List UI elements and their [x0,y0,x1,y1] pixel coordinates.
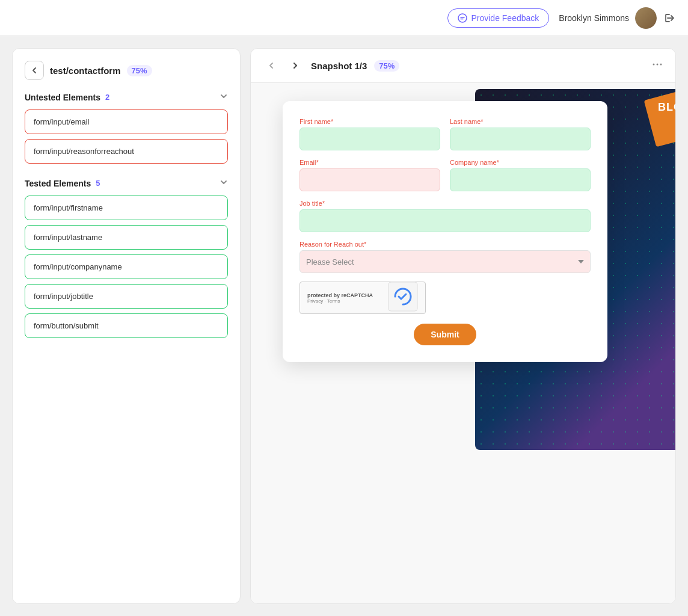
user-area: Brooklyn Simmons [559,7,676,29]
tested-chevron-icon[interactable] [220,178,228,188]
contact-form-card: First name* Last name* [283,101,607,362]
svg-point-2 [657,63,659,65]
feedback-button[interactable]: Provide Feedback [447,8,549,28]
jobtitle-label: Job title* [299,200,591,207]
form-row-name: First name* Last name* [299,118,591,150]
logout-icon[interactable] [663,11,676,25]
company-input[interactable] [450,168,591,191]
form-field-company: Company name* [450,159,591,191]
firstname-input[interactable] [299,128,440,150]
recaptcha-links: Privacy · Terms [307,298,383,304]
submit-button[interactable]: Submit [414,324,476,345]
untested-chevron-icon[interactable] [220,92,228,102]
submit-area: Submit [299,324,591,345]
svg-point-3 [660,63,662,65]
next-arrow[interactable] [287,57,304,74]
tested-item[interactable]: form/input/firstname [25,196,228,220]
form-row-reason: Reason for Reach out* Please Select [299,241,591,273]
form-field-email: Email* [299,159,440,191]
tested-item[interactable]: form/input/companyname [25,254,228,279]
jobtitle-input[interactable] [299,209,591,232]
tested-item[interactable]: form/button/submit [25,313,228,338]
form-row-jobtitle: Job title* [299,200,591,232]
email-label: Email* [299,159,440,166]
right-panel: Snapshot 1/3 75% BLO [250,48,676,604]
untested-count: 2 [105,93,109,102]
snapshot-badge: 75% [374,60,399,72]
form-field-jobtitle: Job title* [299,200,591,232]
form-preview-wrapper: BLO First name* [283,101,643,362]
bg-text: BLO [658,101,675,114]
untested-item[interactable]: form/input/email [25,109,228,134]
untested-item[interactable]: form/input/reasonforreachout [25,139,228,164]
left-panel: test/contactform 75% Untested Elements 2… [12,48,241,604]
recaptcha-box: protected by reCAPTCHA Privacy · Terms [299,282,426,314]
prev-arrow[interactable] [263,57,280,74]
snapshot-header: Snapshot 1/3 75% [251,49,675,83]
reason-select[interactable]: Please Select [299,250,591,273]
main-layout: test/contactform 75% Untested Elements 2… [0,36,688,616]
form-field-reason: Reason for Reach out* Please Select [299,241,591,273]
company-label: Company name* [450,159,591,166]
panel-title: test/contactform [50,66,121,76]
form-row-email-company: Email* Company name* [299,159,591,191]
top-navigation: Provide Feedback Brooklyn Simmons [0,0,688,36]
lastname-input[interactable] [450,128,591,150]
tested-section-title: Tested Elements 5 [25,179,100,188]
avatar [635,7,657,29]
form-field-firstname: First name* [299,118,440,150]
feedback-icon [458,13,467,23]
svg-point-0 [458,14,467,22]
svg-point-1 [653,63,655,65]
panel-header: test/contactform 75% [25,61,228,80]
user-name: Brooklyn Simmons [559,13,629,23]
snapshot-title: Snapshot 1/3 [311,61,367,71]
firstname-label: First name* [299,118,440,125]
tested-item[interactable]: form/input/jobtitle [25,284,228,309]
reason-label: Reason for Reach out* [299,241,591,248]
feedback-label: Provide Feedback [471,13,539,23]
panel-progress-badge: 75% [127,65,152,76]
untested-section-header: Untested Elements 2 [25,92,228,102]
tested-section-header: Tested Elements 5 [25,178,228,188]
untested-element-list: form/input/email form/input/reasonforrea… [25,109,228,164]
tested-item[interactable]: form/input/lastname [25,225,228,250]
tested-element-list: form/input/firstname form/input/lastname… [25,196,228,338]
recaptcha-logo [388,282,418,314]
snapshot-content: BLO First name* [251,83,675,603]
email-input[interactable] [299,168,440,191]
recaptcha-protected-text: protected by reCAPTCHA [307,292,383,298]
more-options-icon[interactable] [651,58,663,73]
lastname-label: Last name* [450,118,591,125]
back-button[interactable] [25,61,44,80]
form-field-lastname: Last name* [450,118,591,150]
untested-section-title: Untested Elements 2 [25,93,109,102]
tested-count: 5 [96,179,100,188]
